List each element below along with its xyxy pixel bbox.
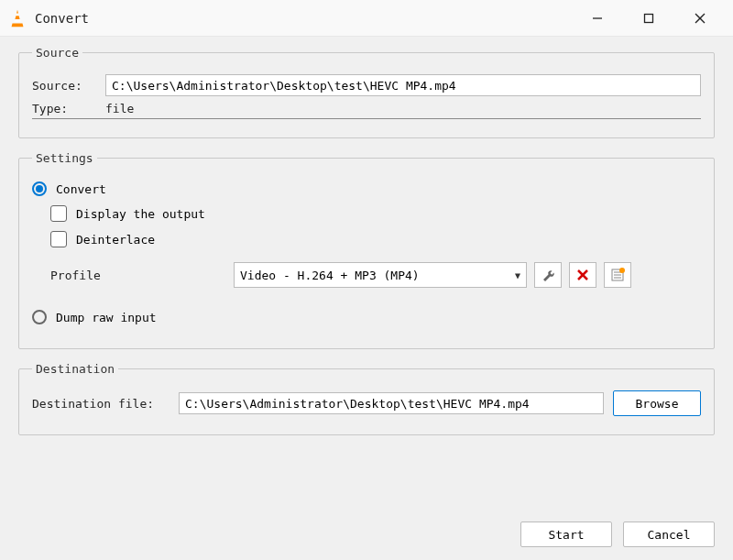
- type-value: file: [105, 102, 134, 115]
- dialog-button-bar: Start Cancel: [0, 516, 733, 560]
- radio-unchecked-icon: [32, 310, 47, 324]
- vlc-icon: [7, 8, 27, 28]
- close-button[interactable]: [674, 0, 726, 37]
- checkbox-unchecked-icon: [50, 231, 67, 247]
- delete-x-icon: [576, 269, 589, 281]
- minimize-icon: [592, 13, 603, 24]
- source-fieldset: Source Source: Type: file: [18, 46, 715, 138]
- delete-profile-button[interactable]: [569, 262, 596, 288]
- settings-fieldset: Settings Convert Display the output Dein…: [18, 151, 715, 349]
- browse-button[interactable]: Browse: [613, 390, 701, 416]
- dump-raw-radio[interactable]: Dump raw input: [32, 310, 701, 324]
- source-input[interactable]: [105, 74, 701, 96]
- profile-selected-value: Video - H.264 + MP3 (MP4): [240, 269, 515, 282]
- destination-fieldset: Destination Destination file: Browse: [18, 362, 715, 435]
- profile-row: Profile Video - H.264 + MP3 (MP4) ▼: [50, 262, 701, 288]
- settings-legend: Settings: [32, 151, 97, 165]
- dropdown-arrow-icon: ▼: [515, 270, 520, 280]
- dest-file-label: Destination file:: [32, 397, 179, 411]
- window-controls: [572, 0, 726, 37]
- source-label: Source:: [32, 79, 105, 93]
- start-label: Start: [548, 528, 584, 542]
- convert-radio[interactable]: Convert: [32, 181, 701, 196]
- window-title: Convert: [35, 11, 572, 26]
- checkbox-unchecked-icon: [50, 205, 67, 222]
- browse-label: Browse: [636, 397, 679, 411]
- radio-checked-icon: [32, 181, 47, 196]
- type-row: Type: file: [32, 102, 701, 119]
- new-list-icon: [610, 268, 625, 282]
- cancel-button[interactable]: Cancel: [623, 522, 715, 547]
- dest-file-row: Destination file: Browse: [32, 390, 701, 416]
- convert-dialog: Convert Source Source: Type: file: [0, 0, 733, 560]
- cancel-label: Cancel: [648, 528, 691, 542]
- start-button[interactable]: Start: [520, 522, 612, 547]
- svg-rect-1: [645, 14, 653, 22]
- display-output-label: Display the output: [76, 207, 205, 221]
- minimize-button[interactable]: [572, 0, 623, 37]
- source-legend: Source: [32, 46, 82, 60]
- dialog-content: Source Source: Type: file Settings Conve…: [0, 37, 733, 516]
- titlebar: Convert: [0, 0, 733, 37]
- profile-select[interactable]: Video - H.264 + MP3 (MP4) ▼: [234, 262, 527, 288]
- display-output-checkbox[interactable]: Display the output: [50, 205, 701, 222]
- type-label: Type:: [32, 102, 105, 115]
- destination-legend: Destination: [32, 362, 118, 376]
- new-profile-button[interactable]: [604, 262, 631, 288]
- dump-raw-label: Dump raw input: [56, 311, 157, 324]
- source-row: Source:: [32, 74, 701, 96]
- profile-label: Profile: [50, 269, 234, 282]
- deinterlace-label: Deinterlace: [76, 233, 155, 247]
- deinterlace-checkbox[interactable]: Deinterlace: [50, 231, 701, 247]
- dest-file-input[interactable]: [179, 392, 604, 414]
- maximize-icon: [643, 13, 654, 24]
- edit-profile-button[interactable]: [534, 262, 562, 288]
- convert-label: Convert: [56, 182, 106, 196]
- svg-point-10: [619, 268, 625, 273]
- maximize-button[interactable]: [623, 0, 674, 37]
- close-icon: [694, 12, 706, 25]
- wrench-icon: [541, 268, 555, 282]
